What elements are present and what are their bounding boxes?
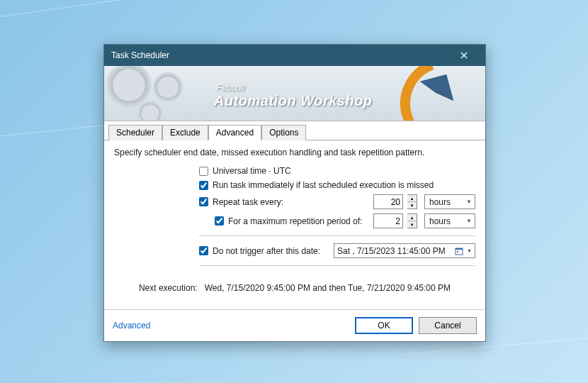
utc-checkbox[interactable]	[199, 167, 208, 176]
close-button[interactable]	[450, 47, 478, 64]
stop-after-option[interactable]: Do not trigger after this date:	[199, 246, 320, 256]
advanced-link[interactable]: Advanced	[113, 321, 150, 331]
max-period-option[interactable]: For a maximum repetition period of:	[215, 216, 362, 226]
banner: Febooti Automation Workshop	[104, 66, 485, 121]
chevron-down-icon: ▼	[466, 218, 472, 224]
run-missed-checkbox[interactable]	[199, 181, 208, 190]
spin-down-icon[interactable]: ▼	[407, 221, 417, 228]
stop-after-label: Do not trigger after this date:	[213, 246, 320, 256]
repeat-option[interactable]: Repeat task every:	[199, 197, 283, 207]
spin-up-icon[interactable]: ▲	[407, 214, 417, 221]
utc-label: Universal time · UTC	[213, 166, 291, 176]
run-missed-option[interactable]: Run task immediately if last scheduled e…	[199, 180, 434, 190]
chevron-down-icon: ▼	[467, 248, 472, 253]
repeat-unit-select[interactable]: hours ▼	[424, 194, 475, 209]
tab-scheduler[interactable]: Scheduler	[108, 125, 162, 140]
ok-button[interactable]: OK	[355, 317, 413, 334]
spin-up-icon[interactable]: ▲	[407, 195, 417, 202]
banner-text: Febooti Automation Workshop	[214, 83, 373, 109]
calendar-icon	[454, 246, 464, 256]
max-period-checkbox[interactable]	[215, 216, 224, 226]
repeat-value-spinner[interactable]: ▲▼	[407, 194, 417, 209]
max-period-unit-value: hours	[429, 216, 451, 226]
brand-name: Febooti	[217, 83, 373, 93]
repeat-value-input[interactable]	[373, 194, 403, 209]
run-missed-label: Run task immediately if last scheduled e…	[213, 180, 434, 190]
stop-after-date-input[interactable]: Sat , 7/15/2023 11:45:00 PM ▼	[334, 243, 475, 258]
product-name: Automation Workshop	[214, 93, 373, 109]
tab-bar: Scheduler Exclude Advanced Options	[104, 121, 485, 140]
utc-option[interactable]: Universal time · UTC	[199, 166, 291, 176]
svg-rect-1	[456, 248, 463, 250]
close-icon	[460, 52, 468, 59]
stop-after-checkbox[interactable]	[199, 246, 208, 255]
cancel-button[interactable]: Cancel	[419, 317, 477, 334]
stop-after-date-value: Sat , 7/15/2023 11:45:00 PM	[337, 246, 451, 256]
next-execution-value: Wed, 7/15/2020 9:45:00 PM and then Tue, …	[205, 283, 451, 293]
divider	[199, 235, 475, 236]
next-execution-label: Next execution:	[139, 283, 198, 293]
clock-icon	[400, 66, 485, 121]
divider	[199, 265, 475, 266]
dialog-footer: Advanced OK Cancel	[104, 309, 485, 341]
description-text: Specify scheduler end date, missed execu…	[114, 148, 475, 157]
svg-rect-2	[457, 251, 458, 252]
max-period-label: For a maximum repetition period of:	[228, 216, 362, 226]
window-title: Task Scheduler	[111, 50, 450, 60]
max-period-value-input[interactable]	[373, 213, 403, 228]
next-execution-row: Next execution: Wed, 7/15/2020 9:45:00 P…	[114, 283, 475, 293]
repeat-unit-value: hours	[429, 197, 451, 207]
max-period-value-spinner[interactable]: ▲▼	[407, 213, 417, 228]
tab-advanced[interactable]: Advanced	[208, 125, 261, 140]
tab-exclude[interactable]: Exclude	[162, 125, 208, 140]
tab-content: Specify scheduler end date, missed execu…	[104, 140, 485, 309]
repeat-label: Repeat task every:	[213, 197, 283, 207]
tab-options[interactable]: Options	[261, 125, 306, 140]
repeat-checkbox[interactable]	[199, 197, 208, 206]
chevron-down-icon: ▼	[466, 199, 472, 205]
task-scheduler-dialog: Task Scheduler Febooti Automation Worksh…	[103, 44, 486, 342]
spin-down-icon[interactable]: ▼	[407, 202, 417, 209]
max-period-unit-select[interactable]: hours ▼	[424, 213, 475, 228]
titlebar: Task Scheduler	[104, 45, 485, 66]
